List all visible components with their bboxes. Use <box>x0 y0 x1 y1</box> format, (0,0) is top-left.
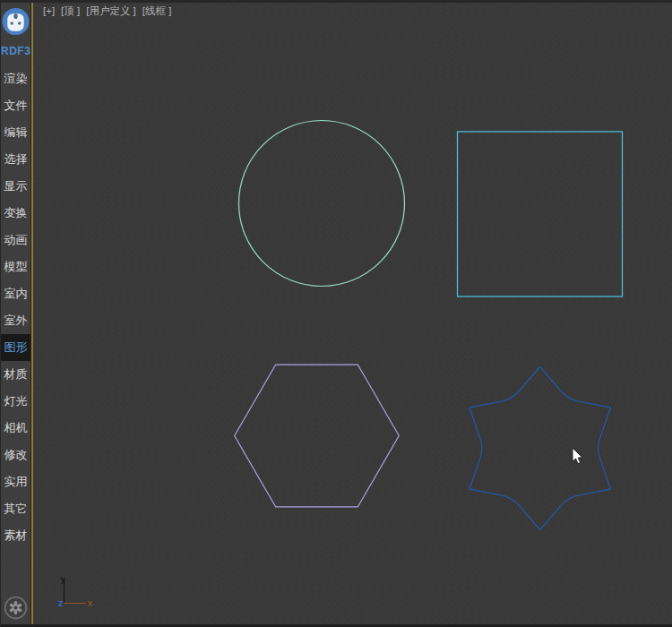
viewport-pov-button[interactable]: [用户定义 ] <box>86 4 136 18</box>
viewport-view-button[interactable]: [顶 ] <box>61 4 80 18</box>
sidebar-divider <box>30 0 33 627</box>
app-logo-button[interactable] <box>1 6 30 37</box>
sidebar-item-animation[interactable]: 动画 <box>1 227 30 253</box>
sidebar-item-utility[interactable]: 实用 <box>1 468 30 495</box>
sidebar-item-render[interactable]: 渲染 <box>1 65 30 92</box>
sidebar-item-assets[interactable]: 素材 <box>1 522 30 549</box>
sidebar-item-transform[interactable]: 变换 <box>1 200 30 227</box>
sidebar: RDF3 渲染 文件 编辑 选择 显示 变换 动画 模型 室内 室外 图形 材质… <box>1 0 30 627</box>
sidebar-item-other[interactable]: 其它 <box>1 495 30 522</box>
viewport-shading-button[interactable]: [线框 ] <box>142 4 172 18</box>
app-window: RDF3 渲染 文件 编辑 选择 显示 变换 动画 模型 室内 室外 图形 材质… <box>0 0 672 627</box>
robot-face-icon <box>1 6 30 37</box>
sidebar-item-model[interactable]: 模型 <box>1 253 30 280</box>
brand-label: RDF3 <box>1 45 30 57</box>
settings-gear-button[interactable] <box>4 596 28 620</box>
sidebar-item-interior[interactable]: 室内 <box>1 280 30 307</box>
sidebar-item-select[interactable]: 选择 <box>1 146 30 173</box>
sidebar-item-edit[interactable]: 编辑 <box>1 119 30 146</box>
sidebar-item-modify[interactable]: 修改 <box>1 442 30 468</box>
sidebar-item-display[interactable]: 显示 <box>1 173 30 200</box>
viewport-menu-button[interactable]: [+] <box>43 4 55 18</box>
window-top-border <box>1 0 672 3</box>
sidebar-menu: 渲染 文件 编辑 选择 显示 变换 动画 模型 室内 室外 图形 材质 灯光 相… <box>1 65 30 549</box>
sidebar-item-camera[interactable]: 相机 <box>1 415 30 442</box>
sidebar-item-light[interactable]: 灯光 <box>1 388 30 415</box>
sidebar-item-material[interactable]: 材质 <box>1 361 30 388</box>
sidebar-item-file[interactable]: 文件 <box>1 92 30 119</box>
viewport-canvas[interactable]: [+] [顶 ] [用户定义 ] [线框 ] <box>34 3 672 624</box>
sidebar-item-exterior[interactable]: 室外 <box>1 307 30 334</box>
gear-icon <box>4 596 28 620</box>
sidebar-item-shapes[interactable]: 图形 <box>1 334 30 361</box>
viewport-label-bar: [+] [顶 ] [用户定义 ] [线框 ] <box>43 4 171 18</box>
